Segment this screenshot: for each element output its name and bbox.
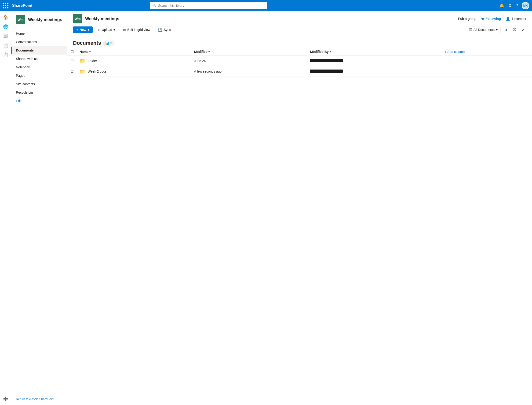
row-modified-cell: A few seconds ago: [191, 66, 307, 77]
icon-bar-home[interactable]: 🏠: [1, 13, 10, 21]
row-extra-cell: [442, 56, 532, 66]
sidebar-item-notebook[interactable]: Notebook: [11, 63, 67, 71]
chart-icon: 📊: [105, 41, 109, 45]
help-icon[interactable]: ?: [516, 3, 518, 8]
icon-bar-global[interactable]: 🌐: [1, 22, 10, 31]
sidebar-item-shared-with-us[interactable]: Shared with us: [11, 54, 67, 63]
view-selector-button[interactable]: ☰ All Documents ▾: [466, 26, 501, 33]
row-modified-by-cell: [307, 56, 442, 66]
sync-label: Sync: [164, 28, 171, 32]
upload-chevron-icon: ▾: [113, 28, 115, 32]
search-input[interactable]: [158, 4, 265, 7]
row-extra-cell: [442, 66, 532, 77]
docs-title-bar: Documents 📊 ▾: [67, 36, 532, 48]
following-label: Following: [486, 17, 501, 20]
content-area: Wm Weekly meetings Public group ★ Follow…: [67, 11, 532, 405]
row-modified-by-cell: [307, 66, 442, 77]
documents-area: Documents 📊 ▾ ☐ Name ▾: [67, 36, 532, 405]
col-modified-by-label: Modified By: [310, 50, 328, 54]
main-layout: 🏠 🌐 📰 📄 📋 ➕ Wm Weekly meetings Home Conv…: [0, 11, 532, 405]
view-list-icon: ☰: [469, 28, 472, 32]
search-icon: 🔍: [152, 4, 156, 7]
modified-by-sort-icon: ▾: [330, 51, 331, 53]
toggle-chevron-icon: ▾: [110, 41, 112, 45]
sidebar-item-site-contents[interactable]: Site contents: [11, 80, 67, 88]
add-column-button[interactable]: + Add column: [445, 50, 465, 54]
info-button[interactable]: ⓘ: [511, 26, 518, 33]
icon-bar-document[interactable]: 📄: [1, 41, 10, 50]
waffle-menu[interactable]: [3, 3, 8, 8]
documents-table: ☐ Name ▾ Modified ▾: [67, 48, 532, 77]
group-meta: Public group ★ Following 👤 1 member: [458, 17, 526, 21]
redacted-bar: [310, 69, 343, 73]
sidebar-item-recycle-bin[interactable]: Recycle bin: [11, 88, 67, 97]
icon-bar-add[interactable]: ➕: [1, 395, 10, 403]
star-icon: ★: [481, 17, 484, 21]
settings-icon[interactable]: ⚙: [508, 3, 512, 8]
icon-bar-list[interactable]: 📋: [1, 51, 10, 59]
filter-button[interactable]: ⊿: [503, 27, 509, 33]
user-avatar[interactable]: MK: [522, 2, 529, 9]
command-bar: + New ▾ ⬆ Upload ▾ ⊞ Edit in grid view 🔄…: [67, 23, 532, 36]
new-label: New: [80, 28, 86, 32]
top-navigation-bar: SharePoint 🔍 🔔 ⚙ ? MK: [0, 0, 532, 11]
row-checkbox-cell[interactable]: ☐: [67, 56, 77, 66]
sidebar-nav: Home Conversations Documents Shared with…: [11, 27, 67, 393]
site-logo: Wm: [16, 15, 25, 24]
sync-button[interactable]: 🔄 Sync: [155, 26, 174, 33]
row-name-cell: 📁 Week 2 docs: [77, 66, 191, 77]
col-header-modified-by[interactable]: Modified By ▾: [307, 48, 442, 56]
group-logo: Wm: [73, 14, 82, 23]
col-header-checkbox[interactable]: ☐: [67, 48, 77, 56]
add-column-label: Add column: [447, 50, 465, 54]
row-name-text[interactable]: Week 2 docs: [88, 69, 107, 73]
row-checkbox-cell[interactable]: ☐: [67, 66, 77, 77]
sync-icon: 🔄: [158, 28, 162, 32]
icon-bar-feed[interactable]: 📰: [1, 32, 10, 40]
group-header: Wm Weekly meetings Public group ★ Follow…: [67, 11, 532, 23]
group-type-label: Public group: [458, 17, 476, 20]
checkbox-icon: ☐: [71, 50, 74, 54]
search-bar: 🔍: [150, 2, 267, 9]
grid-icon: ⊞: [123, 28, 126, 32]
upload-button[interactable]: ⬆ Upload ▾: [94, 26, 118, 33]
docs-view-toggle[interactable]: 📊 ▾: [103, 40, 114, 46]
members-label[interactable]: 👤 1 member: [505, 17, 526, 21]
edit-grid-button[interactable]: ⊞ Edit in grid view: [120, 26, 153, 33]
new-button[interactable]: + New ▾: [73, 27, 93, 33]
following-button[interactable]: ★ Following: [481, 17, 501, 21]
row-modified-cell: June 26: [191, 56, 307, 66]
sidebar-item-conversations[interactable]: Conversations: [11, 38, 67, 46]
upload-label: Upload: [102, 28, 112, 32]
col-header-modified[interactable]: Modified ▾: [191, 48, 307, 56]
new-chevron-icon: ▾: [88, 28, 89, 32]
row-checkbox-icon: ☐: [71, 59, 74, 63]
add-column-icon: +: [445, 50, 446, 54]
row-checkbox-icon: ☐: [71, 69, 74, 73]
sidebar-item-documents[interactable]: Documents: [11, 46, 67, 54]
expand-button[interactable]: ⤢: [520, 27, 526, 33]
notification-icon[interactable]: 🔔: [499, 3, 504, 8]
topbar-actions: 🔔 ⚙ ? MK: [499, 2, 529, 9]
sidebar-edit-button[interactable]: Edit: [11, 97, 67, 105]
name-sort-icon: ▾: [89, 51, 91, 53]
upload-icon: ⬆: [98, 28, 100, 32]
sidebar-item-home[interactable]: Home: [11, 29, 67, 38]
sidebar-footer: Return to classic SharePoint: [11, 393, 67, 405]
sidebar: Wm Weekly meetings Home Conversations Do…: [11, 11, 67, 405]
app-logo: SharePoint: [12, 4, 32, 8]
col-header-name[interactable]: Name ▾: [77, 48, 191, 56]
sidebar-item-pages[interactable]: Pages: [11, 71, 67, 80]
table-row: ☐ 📁 Folder 1 June 26: [67, 56, 532, 66]
view-label: All Documents: [473, 28, 495, 32]
page-title: Weekly meetings: [85, 16, 119, 21]
plus-icon: +: [76, 28, 78, 32]
more-button[interactable]: ...: [176, 27, 182, 33]
col-header-add-column[interactable]: + Add column: [442, 48, 532, 56]
table-row: ☐ 📁 Week 2 docs A few seconds ago: [67, 66, 532, 77]
row-name-text[interactable]: Folder 1: [88, 59, 100, 63]
site-title: Weekly meetings: [28, 17, 62, 22]
members-count: 1 member: [512, 17, 526, 20]
icon-bar: 🏠 🌐 📰 📄 📋 ➕: [0, 11, 11, 405]
return-classic-link[interactable]: Return to classic SharePoint: [16, 397, 62, 401]
